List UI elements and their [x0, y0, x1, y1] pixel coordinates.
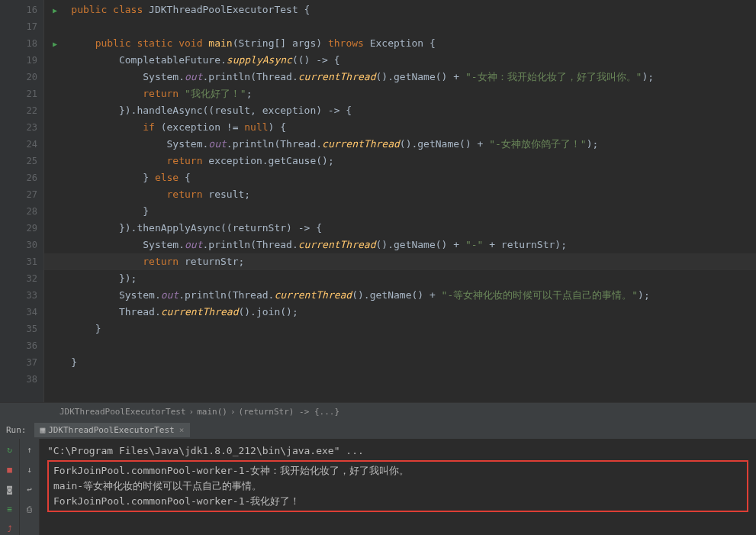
token-plain: ) {: [269, 121, 286, 133]
token-kw: return: [167, 189, 203, 200]
code-line[interactable]: Thread.currentThread().join();: [44, 304, 756, 321]
token-static-field: out: [161, 289, 179, 301]
code-line[interactable]: return "我化好了！";: [44, 85, 756, 102]
token-str: "我化好了！": [185, 88, 246, 99]
code-line[interactable]: }: [44, 354, 756, 371]
token-plain: );: [638, 289, 650, 301]
token-plain: + returnStr);: [483, 239, 567, 250]
code-line[interactable]: public class JDKThreadPoolExecutorTest {: [44, 2, 756, 18]
token-plain: [107, 4, 113, 15]
gutter-line[interactable]: 29: [0, 220, 43, 237]
gutter-line[interactable]: 30: [0, 237, 43, 253]
gutter-line[interactable]: 24: [0, 136, 43, 153]
stop-icon[interactable]: ■: [4, 463, 16, 475]
code-line[interactable]: }).thenApplyAsync((returnStr) -> {: [44, 220, 756, 237]
code-line[interactable]: System.out.println(Thread.currentThread(…: [44, 237, 756, 253]
token-str: "-": [465, 239, 483, 250]
token-kw: class: [113, 4, 143, 15]
line-number: 31: [27, 256, 37, 267]
token-plain: ().getName() +: [352, 289, 441, 301]
breadcrumb-lambda[interactable]: (returnStr) -> {...}: [239, 407, 339, 417]
code-line[interactable]: }: [44, 321, 756, 337]
layout-icon[interactable]: ≡: [4, 503, 16, 515]
gutter-line[interactable]: 31: [0, 253, 43, 270]
camera-icon[interactable]: ◙: [4, 483, 16, 495]
breadcrumb[interactable]: JDKThreadPoolExecutorTest › main() › (re…: [0, 402, 756, 421]
token-plain: ().getName() +: [400, 138, 489, 150]
code-line[interactable]: System.out.println(Thread.currentThread(…: [44, 69, 756, 85]
token-kw: void: [179, 37, 202, 49]
up-icon[interactable]: ↑: [24, 443, 36, 456]
token-kw: null: [244, 121, 268, 133]
line-number: 22: [27, 105, 37, 116]
run-toolbar-secondary: ↑ ↓ ↩ ⎙: [20, 439, 40, 535]
gutter-line[interactable]: 36: [0, 337, 43, 354]
code-line[interactable]: } else {: [44, 169, 756, 186]
gutter-line[interactable]: 20: [0, 69, 43, 85]
gutter-line[interactable]: 32: [0, 270, 43, 287]
gutter-line[interactable]: 35: [0, 321, 43, 337]
close-icon[interactable]: ×: [179, 425, 185, 435]
console-line: ForkJoinPool.commonPool-worker-1-女神：我开始化…: [53, 463, 742, 479]
console-output[interactable]: "C:\Program Files\Java\jdk1.8.0_212\bin\…: [40, 439, 756, 535]
code-line[interactable]: System.out.println(Thread.currentThread(…: [44, 287, 756, 304]
gutter-line[interactable]: 17: [0, 18, 43, 35]
line-number: 32: [27, 273, 37, 284]
gutter-line[interactable]: 33: [0, 287, 43, 304]
token-plain: [179, 88, 185, 99]
gutter-line[interactable]: 34: [0, 304, 43, 321]
token-kw: public: [71, 4, 107, 15]
exit-icon[interactable]: ⤴: [4, 523, 16, 535]
code-line[interactable]: [44, 371, 756, 388]
code-area[interactable]: public class JDKThreadPoolExecutorTest {…: [44, 0, 756, 402]
breadcrumb-method[interactable]: main(): [197, 407, 227, 417]
gutter-line[interactable]: 18▶: [0, 35, 43, 52]
print-icon[interactable]: ⎙: [24, 503, 36, 515]
code-line[interactable]: if (exception != null) {: [44, 119, 756, 136]
token-static-method: currentThread: [274, 289, 352, 301]
breadcrumb-class[interactable]: JDKThreadPoolExecutorTest: [60, 407, 186, 417]
token-static-field: out: [185, 239, 202, 250]
code-line[interactable]: [44, 18, 756, 35]
gutter-line[interactable]: 19: [0, 52, 43, 69]
token-plain: returnStr;: [179, 256, 244, 267]
code-line[interactable]: return exception.getCause();: [44, 153, 756, 169]
gutter-line[interactable]: 26: [0, 169, 43, 186]
gutter-line[interactable]: 23: [0, 119, 43, 136]
wrap-icon[interactable]: ↩: [24, 483, 36, 495]
line-number: 16: [27, 5, 37, 15]
down-icon[interactable]: ↓: [24, 463, 36, 475]
token-static-method: currentThread: [161, 306, 239, 317]
token-kw: return: [143, 256, 179, 267]
token-static-method: supplyAsync: [227, 54, 292, 66]
token-kw: else: [155, 172, 179, 183]
gutter-line[interactable]: 21: [0, 85, 43, 102]
gutter-line[interactable]: 37: [0, 354, 43, 371]
code-line[interactable]: return result;: [44, 186, 756, 203]
line-number: 38: [27, 374, 37, 385]
code-line[interactable]: return returnStr;: [44, 253, 756, 270]
code-line[interactable]: System.out.println(Thread.currentThread(…: [44, 136, 756, 153]
token-plain: Thread.: [119, 306, 161, 317]
code-line[interactable]: });: [44, 270, 756, 287]
run-tab-name: JDKThreadPoolExecutorTest: [48, 425, 175, 435]
code-line[interactable]: [44, 337, 756, 354]
console-line: main-等女神化妆的时候可以干点自己的事情。: [53, 479, 742, 494]
gutter-line[interactable]: 22: [0, 102, 43, 119]
token-plain: }: [143, 172, 155, 183]
gutter-line[interactable]: 38: [0, 371, 43, 388]
token-plain: exception.getCause();: [203, 155, 334, 166]
gutter-line[interactable]: 25: [0, 153, 43, 169]
code-line[interactable]: CompletableFuture.supplyAsync(() -> {: [44, 52, 756, 69]
code-line[interactable]: public static void main(String[] args) t…: [44, 35, 756, 52]
gutter-line[interactable]: 16▶: [0, 2, 43, 18]
token-kw: return: [167, 155, 203, 166]
token-static-method: currentThread: [322, 138, 400, 150]
gutter-line[interactable]: 28: [0, 203, 43, 220]
code-line[interactable]: }).handleAsync((result, exception) -> {: [44, 102, 756, 119]
run-tab[interactable]: ▦ JDKThreadPoolExecutorTest ×: [34, 423, 191, 437]
rerun-icon[interactable]: ↻: [4, 443, 16, 456]
gutter-line[interactable]: 27: [0, 186, 43, 203]
code-line[interactable]: }: [44, 203, 756, 220]
token-str: "-女神放你鸽子了！": [489, 138, 586, 150]
